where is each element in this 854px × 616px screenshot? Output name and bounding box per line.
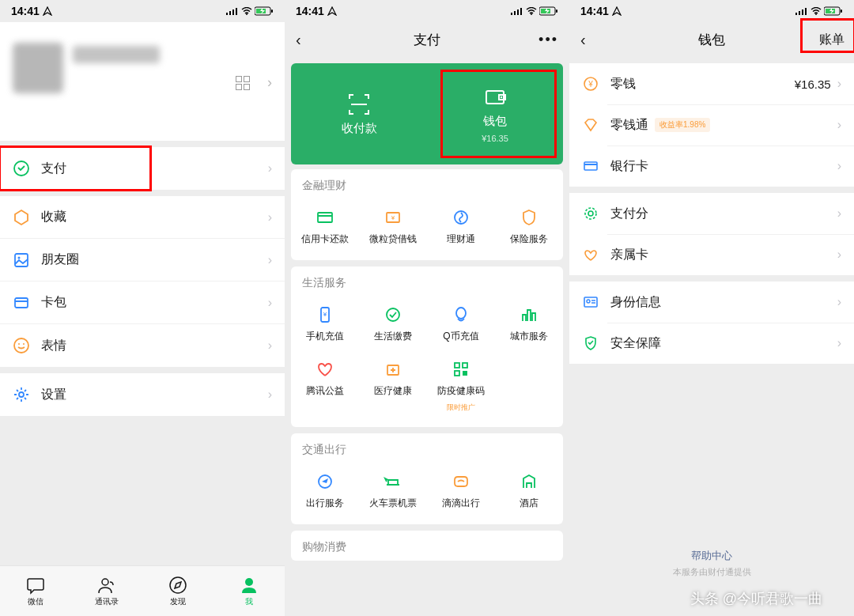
qr-code-icon[interactable] bbox=[236, 76, 250, 90]
chevron-right-icon: › bbox=[837, 295, 841, 309]
grid-utilities[interactable]: 生活缴费 bbox=[359, 297, 427, 351]
family-icon bbox=[582, 246, 599, 263]
svg-point-24 bbox=[531, 13, 532, 15]
svg-rect-43 bbox=[455, 371, 459, 376]
menu-pay[interactable]: 支付 › bbox=[0, 147, 285, 190]
svg-rect-32 bbox=[318, 215, 332, 217]
svg-rect-52 bbox=[841, 9, 842, 13]
finance-icon bbox=[451, 207, 471, 228]
tab-discover[interactable]: 发现 bbox=[142, 566, 214, 616]
status-bar: 14:41 bbox=[0, 0, 285, 22]
list-group-2: 收藏 › 朋友圈 › 卡包 › 表情 › bbox=[0, 196, 285, 367]
chevron-right-icon: › bbox=[268, 387, 272, 402]
svg-point-17 bbox=[102, 579, 108, 585]
grid-charity[interactable]: 腾讯公益 bbox=[291, 351, 359, 421]
avatar bbox=[13, 43, 63, 93]
grid-travel[interactable]: 出行服务 bbox=[291, 463, 359, 518]
bank-card-icon bbox=[582, 157, 599, 175]
city-icon bbox=[519, 304, 539, 325]
profile-header[interactable]: › bbox=[0, 22, 285, 141]
wallet-balance[interactable]: ¥ 零钱 ¥16.35 › bbox=[569, 63, 854, 104]
svg-rect-21 bbox=[514, 11, 516, 15]
grid-loan[interactable]: ¥微粒贷借钱 bbox=[359, 199, 427, 254]
menu-favorites[interactable]: 收藏 › bbox=[0, 196, 285, 239]
grid-train-plane[interactable]: 火车票机票 bbox=[359, 463, 427, 518]
grid-covid-code[interactable]: 防疫健康码限时推广 bbox=[427, 351, 495, 421]
chevron-right-icon: › bbox=[837, 159, 841, 173]
bills-link[interactable]: 账单 bbox=[819, 32, 845, 48]
grid-credit-card[interactable]: 信用卡还款 bbox=[291, 199, 359, 254]
wallet-family[interactable]: 亲属卡 › bbox=[569, 234, 854, 275]
chevron-right-icon: › bbox=[268, 253, 272, 267]
tab-me[interactable]: 我 bbox=[214, 566, 285, 616]
me-icon bbox=[240, 576, 259, 595]
identity-icon bbox=[582, 293, 599, 311]
status-bar: 14:41 bbox=[285, 0, 569, 22]
wallet-bank[interactable]: 银行卡 › bbox=[569, 145, 854, 187]
svg-rect-26 bbox=[556, 9, 557, 13]
svg-rect-11 bbox=[15, 298, 28, 308]
back-button[interactable]: ‹ bbox=[580, 31, 586, 49]
menu-settings[interactable]: 设置 › bbox=[0, 373, 285, 416]
svg-point-16 bbox=[19, 392, 24, 397]
grid-didi[interactable]: 滴滴出行 bbox=[427, 463, 495, 518]
signal-icon bbox=[511, 7, 523, 15]
menu-moments[interactable]: 朋友圈 › bbox=[0, 239, 285, 282]
yield-badge: 收益率1.98% bbox=[655, 118, 710, 132]
svg-text:¥: ¥ bbox=[323, 311, 327, 318]
chevron-right-icon: › bbox=[268, 210, 272, 225]
pay-receive-button[interactable]: 收付款 bbox=[291, 63, 427, 164]
menu-stickers[interactable]: 表情 › bbox=[0, 324, 285, 367]
grid-hotel[interactable]: 酒店 bbox=[495, 463, 563, 518]
battery-icon bbox=[824, 6, 843, 16]
watermark: 头条 @今听君歌一曲 bbox=[690, 589, 822, 608]
discover-icon bbox=[168, 576, 187, 595]
wallet-score[interactable]: 支付分 › bbox=[569, 193, 854, 234]
nav-bar: ‹ 钱包 账单 bbox=[569, 22, 854, 57]
chevron-right-icon: › bbox=[268, 296, 272, 310]
svg-rect-42 bbox=[463, 363, 467, 368]
phone-screen-2: 14:41 ‹ 支付 ••• 收付款 钱包 ¥16.35 金融理财 信用卡还款 … bbox=[285, 0, 569, 616]
list-group-pay: 支付 › bbox=[0, 147, 285, 190]
didi-icon bbox=[451, 471, 471, 492]
section-life: 生活服务 ¥手机充值 生活缴费 Q币充值 城市服务 腾讯公益 医疗健康 防疫健康… bbox=[291, 266, 563, 427]
chevron-right-icon: › bbox=[837, 336, 841, 350]
grid-finance[interactable]: 理财通 bbox=[427, 199, 495, 254]
footer-help: 帮助中心 本服务由财付通提供 bbox=[569, 549, 854, 578]
wallet-icon bbox=[483, 85, 507, 109]
mobile-icon: ¥ bbox=[315, 304, 335, 325]
list-group-3: 设置 › bbox=[0, 373, 285, 416]
more-button[interactable]: ••• bbox=[538, 32, 558, 48]
svg-point-10 bbox=[18, 256, 21, 259]
wallet-button[interactable]: 钱包 ¥16.35 bbox=[427, 63, 563, 164]
grid-health[interactable]: 医疗健康 bbox=[359, 351, 427, 421]
wallet-identity[interactable]: 身份信息 › bbox=[569, 282, 854, 323]
grid-city[interactable]: 城市服务 bbox=[495, 297, 563, 351]
svg-rect-6 bbox=[271, 9, 273, 13]
help-link[interactable]: 帮助中心 bbox=[569, 549, 854, 563]
train-icon bbox=[383, 471, 403, 492]
diamond-icon bbox=[582, 116, 599, 134]
favorites-icon bbox=[13, 209, 30, 226]
menu-cards[interactable]: 卡包 › bbox=[0, 282, 285, 324]
wifi-icon bbox=[241, 7, 252, 15]
tab-contacts[interactable]: 通讯录 bbox=[71, 566, 142, 616]
coin-icon: ¥ bbox=[582, 75, 599, 93]
back-button[interactable]: ‹ bbox=[296, 31, 301, 49]
wifi-icon bbox=[811, 7, 822, 15]
wallet-lqt[interactable]: 零钱通 收益率1.98% › bbox=[569, 104, 854, 145]
username bbox=[73, 46, 160, 63]
grid-insurance[interactable]: 保险服务 bbox=[495, 199, 563, 254]
svg-point-61 bbox=[587, 300, 590, 303]
tab-wechat[interactable]: 微信 bbox=[0, 566, 71, 616]
svg-rect-49 bbox=[805, 8, 807, 15]
wallet-security[interactable]: 安全保障 › bbox=[569, 323, 854, 364]
green-card: 收付款 钱包 ¥16.35 bbox=[291, 63, 563, 164]
svg-point-4 bbox=[246, 13, 248, 15]
grid-qcoin[interactable]: Q币充值 bbox=[427, 297, 495, 351]
grid-mobile-topup[interactable]: ¥手机充值 bbox=[291, 297, 359, 351]
help-provider: 本服务由财付通提供 bbox=[569, 566, 854, 578]
travel-icon bbox=[315, 471, 335, 492]
wallet-group-2: 支付分 › 亲属卡 › bbox=[569, 193, 854, 275]
status-bar: 14:41 bbox=[569, 0, 854, 22]
